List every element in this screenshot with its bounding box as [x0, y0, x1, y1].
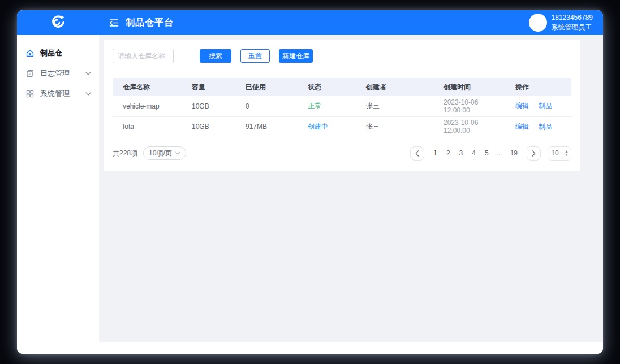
- page-size-select[interactable]: 10项/页: [143, 146, 186, 160]
- sidebar-item-system-management[interactable]: 系统管理: [17, 84, 99, 104]
- repo-used: 0: [235, 96, 298, 116]
- table-header-row: 仓库名称 容量 已使用 状态 创建者 创建时间 操作: [113, 78, 571, 96]
- col-header-name: 仓库名称: [113, 78, 182, 96]
- chevron-down-icon: [175, 151, 180, 155]
- page-number[interactable]: 19: [506, 149, 522, 157]
- repo-capacity: 10GB: [182, 96, 235, 116]
- artifact-link[interactable]: 制品: [539, 102, 552, 110]
- repo-capacity: 10GB: [182, 116, 235, 137]
- main-content: 搜索 重置 新建仓库 仓库名称 容量: [99, 35, 603, 342]
- search-toolbar: 搜索 重置 新建仓库: [113, 49, 571, 63]
- reset-button[interactable]: 重置: [240, 49, 270, 63]
- user-phone: 18123456789: [552, 13, 593, 23]
- chevron-down-icon: [85, 72, 91, 75]
- sidebar-item-log-management[interactable]: 日志管理: [17, 63, 99, 84]
- repo-created-at: 2023-10-06 12:00:00: [433, 116, 505, 137]
- search-button[interactable]: 搜索: [200, 49, 231, 63]
- logo-zone: [17, 14, 99, 32]
- page-size-value: 10项/页: [149, 149, 172, 158]
- col-header-capacity: 容量: [182, 78, 235, 96]
- log-icon: [25, 69, 35, 78]
- chevron-down-icon: [85, 92, 91, 96]
- menu-fold-icon[interactable]: [109, 18, 119, 28]
- sidebar: 制品仓 日志管理: [17, 35, 99, 354]
- user-profile[interactable]: 18123456789 系统管理员工: [529, 13, 593, 32]
- repo-name: fota: [113, 116, 182, 137]
- edit-link[interactable]: 编辑: [515, 102, 529, 110]
- create-repo-button[interactable]: 新建仓库: [279, 49, 313, 63]
- prev-page-button[interactable]: [410, 146, 424, 161]
- stepper-arrows-icon[interactable]: ▲▼: [562, 147, 571, 160]
- artifact-link[interactable]: 制品: [539, 123, 552, 131]
- col-header-used: 已使用: [235, 78, 298, 96]
- repo-created-at: 2023-10-06 12:00:00: [433, 96, 505, 116]
- page-number[interactable]: 1: [429, 149, 442, 157]
- table-row: fota 10GB 917MB 创建中 张三 2023-10-06 12:00:…: [113, 116, 571, 137]
- app-header: 制品仓平台 18123456789 系统管理员工: [17, 10, 603, 35]
- page-number[interactable]: 5: [480, 149, 493, 157]
- col-header-creator: 创建者: [356, 78, 433, 96]
- table-row: vehicle-map 10GB 0 正常 张三 2023-10-06 12:0…: [113, 96, 571, 116]
- search-input[interactable]: [113, 49, 174, 63]
- avatar: [529, 14, 547, 32]
- edit-link[interactable]: 编辑: [515, 123, 529, 131]
- page-ellipsis: ...: [493, 149, 506, 157]
- sidebar-item-label: 制品仓: [40, 48, 62, 58]
- repo-table: 仓库名称 容量 已使用 状态 创建者 创建时间 操作 vehic: [113, 78, 571, 137]
- col-header-status: 状态: [298, 78, 356, 96]
- page-number[interactable]: 3: [455, 149, 468, 157]
- page-title: 制品仓平台: [126, 17, 174, 29]
- next-page-button[interactable]: [527, 146, 541, 161]
- page-jump-stepper[interactable]: ▲▼: [548, 146, 571, 161]
- page-jump-input[interactable]: [548, 149, 562, 157]
- page-number[interactable]: 2: [442, 149, 455, 157]
- col-header-created-at: 创建时间: [433, 78, 505, 96]
- sidebar-item-label: 系统管理: [40, 89, 70, 99]
- col-header-actions: 操作: [505, 78, 571, 96]
- pagination: 共228项 10项/页: [113, 146, 571, 161]
- refresh-c-logo-icon: [50, 14, 66, 32]
- repo-used: 917MB: [235, 116, 298, 137]
- repo-list-card: 搜索 重置 新建仓库 仓库名称 容量: [104, 40, 580, 171]
- home-icon: [25, 49, 35, 58]
- app-window: 制品仓平台 18123456789 系统管理员工 制品仓: [17, 10, 603, 354]
- status-badge: 正常: [298, 96, 356, 116]
- total-count: 共228项: [113, 149, 137, 158]
- sidebar-item-label: 日志管理: [40, 68, 70, 79]
- user-role: 系统管理员工: [552, 23, 593, 32]
- sidebar-item-artifact-repo[interactable]: 制品仓: [17, 43, 99, 63]
- status-badge: 创建中: [298, 116, 356, 137]
- repo-creator: 张三: [356, 116, 433, 137]
- appstore-icon: [25, 89, 35, 98]
- repo-creator: 张三: [356, 96, 433, 116]
- page-number[interactable]: 4: [467, 149, 480, 157]
- repo-name: vehicle-map: [113, 96, 182, 116]
